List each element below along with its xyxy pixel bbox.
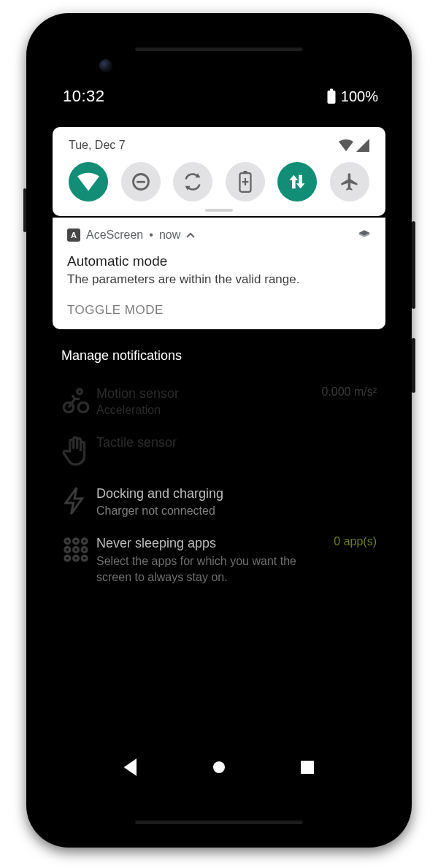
- bike-icon: [61, 385, 96, 415]
- notification-age: now: [159, 228, 180, 242]
- row-value: 0 app(s): [334, 535, 377, 548]
- dnd-icon: [131, 172, 151, 192]
- nav-recents-button[interactable]: [288, 748, 327, 787]
- data-icon: [287, 172, 307, 192]
- qs-tile-rotate[interactable]: [173, 162, 212, 201]
- row-sub: Select the apps for which you want the s…: [96, 553, 328, 585]
- svg-point-13: [82, 547, 87, 552]
- setting-row-docking[interactable]: Docking and charging Charger not connect…: [61, 477, 377, 526]
- qs-tile-wifi[interactable]: [69, 162, 108, 201]
- signal-icon: [356, 139, 369, 152]
- earpiece: [135, 47, 303, 51]
- wifi-icon: [77, 172, 99, 191]
- row-sub: Charger not connected: [96, 504, 377, 518]
- row-value: 0.000 m/s²: [321, 385, 377, 399]
- battery-icon: [326, 88, 337, 104]
- bolt-icon: [61, 485, 96, 516]
- svg-point-9: [74, 539, 79, 544]
- row-title: Motion sensor: [96, 385, 315, 402]
- side-button-power: [412, 338, 415, 393]
- svg-point-11: [65, 547, 70, 552]
- svg-point-10: [82, 539, 87, 544]
- navigation-bar: [42, 744, 396, 791]
- app-icon: A: [67, 228, 80, 242]
- qs-date: Tue, Dec 7: [69, 139, 126, 152]
- svg-point-17: [213, 761, 225, 773]
- notification-card[interactable]: A AceScreen • now Automatic mode The par…: [53, 218, 385, 329]
- screen: 10:32 100% Tue, Dec 7: [42, 76, 396, 791]
- qs-tile-airplane[interactable]: [330, 162, 369, 201]
- svg-rect-3: [137, 181, 145, 183]
- notification-action-toggle-mode[interactable]: TOGGLE MODE: [67, 303, 371, 318]
- qs-tile-battery-saver[interactable]: [226, 162, 265, 201]
- wifi-icon: [339, 139, 353, 152]
- status-right: 100%: [326, 88, 378, 105]
- row-title: Tactile sensor: [96, 434, 377, 451]
- qs-status-icons: [339, 139, 369, 152]
- setting-row-tactile[interactable]: Tactile sensor: [61, 426, 377, 477]
- notification-app: AceScreen: [86, 228, 143, 242]
- row-title: Docking and charging: [96, 485, 377, 502]
- nav-home-button[interactable]: [199, 748, 239, 787]
- qs-tile-dnd[interactable]: [121, 162, 161, 201]
- front-camera: [99, 59, 112, 72]
- svg-point-8: [65, 539, 70, 544]
- setting-row-motion[interactable]: Motion sensor Acceleration 0.000 m/s²: [61, 377, 377, 426]
- notification-header[interactable]: A AceScreen • now: [67, 228, 371, 242]
- qs-expand-handle[interactable]: [205, 209, 233, 212]
- svg-point-15: [74, 556, 79, 561]
- quick-settings[interactable]: Tue, Dec 7: [53, 127, 385, 216]
- side-button-left: [23, 188, 26, 232]
- hand-icon: [61, 434, 96, 468]
- qs-tile-mobile-data[interactable]: [277, 162, 317, 201]
- chevron-up-icon: [186, 231, 195, 239]
- svg-rect-5: [243, 171, 247, 174]
- svg-rect-1: [330, 89, 333, 91]
- manage-notifications-link[interactable]: Manage notifications: [61, 348, 377, 364]
- setting-row-never-sleep[interactable]: Never sleeping apps Select the apps for …: [61, 526, 377, 594]
- svg-point-12: [74, 547, 79, 552]
- speaker: [135, 820, 303, 824]
- apps-grid-icon: [61, 535, 96, 564]
- notification-body: The parameters are within the valid rang…: [67, 272, 371, 287]
- row-sub: Acceleration: [96, 404, 315, 417]
- status-time: 10:32: [63, 87, 105, 106]
- notification-title: Automatic mode: [67, 253, 371, 269]
- background-content: Manage notifications Motion sensor Accel…: [42, 329, 396, 594]
- svg-rect-18: [301, 761, 314, 774]
- status-bar: 10:32 100%: [42, 76, 396, 117]
- rotate-icon: [182, 172, 203, 192]
- phone-frame: 10:32 100% Tue, Dec 7: [26, 13, 412, 848]
- svg-rect-0: [327, 91, 335, 104]
- airplane-icon: [339, 172, 360, 192]
- nav-back-button[interactable]: [111, 748, 150, 787]
- separator: •: [149, 228, 153, 242]
- svg-point-7: [78, 402, 88, 412]
- battery-percent: 100%: [341, 88, 378, 105]
- svg-point-16: [82, 556, 87, 561]
- row-title: Never sleeping apps: [96, 535, 328, 552]
- stack-icon[interactable]: [358, 228, 371, 242]
- battery-saver-icon: [239, 171, 252, 193]
- svg-point-14: [65, 556, 70, 561]
- side-button-volume: [412, 221, 415, 309]
